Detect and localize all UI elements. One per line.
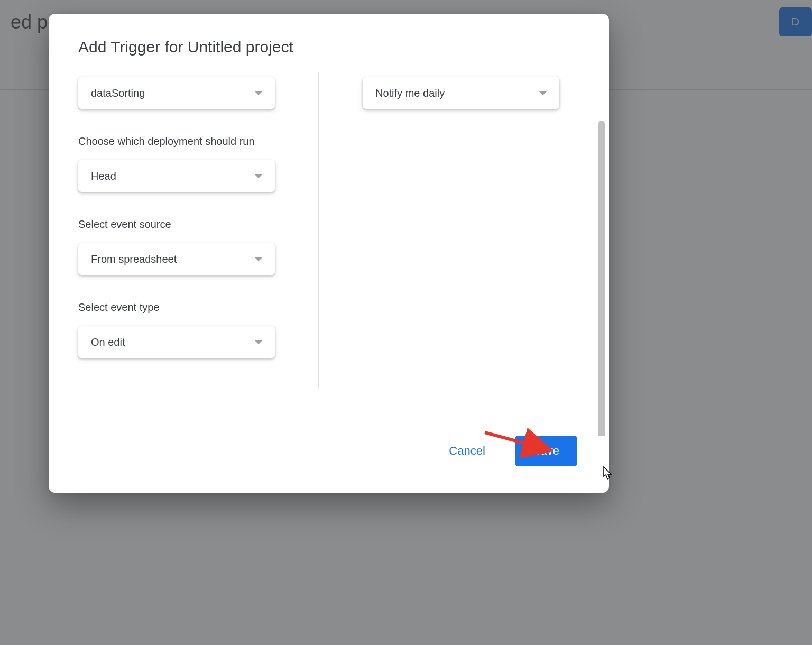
deployment-dropdown[interactable]: Head bbox=[78, 160, 275, 192]
cancel-button[interactable]: Cancel bbox=[445, 438, 489, 464]
chevron-down-icon bbox=[255, 174, 262, 178]
left-column: dataSorting Choose which deployment shou… bbox=[78, 72, 320, 436]
right-column: Notify me daily bbox=[363, 72, 605, 436]
column-divider bbox=[318, 72, 319, 388]
modal-footer: Cancel Save bbox=[49, 436, 609, 493]
scrollbar-thumb[interactable] bbox=[598, 121, 605, 436]
event-type-dropdown-value: On edit bbox=[91, 336, 125, 348]
save-button[interactable]: Save bbox=[515, 436, 577, 466]
chevron-down-icon bbox=[539, 91, 547, 95]
function-dropdown-value: dataSorting bbox=[91, 87, 145, 99]
chevron-down-icon bbox=[255, 257, 262, 261]
event-source-dropdown[interactable]: From spreadsheet bbox=[78, 243, 275, 275]
event-source-label: Select event source bbox=[78, 218, 320, 231]
event-source-dropdown-value: From spreadsheet bbox=[91, 253, 177, 265]
event-type-dropdown[interactable]: On edit bbox=[78, 326, 275, 358]
deployment-label: Choose which deployment should run bbox=[78, 135, 320, 148]
notification-dropdown-value: Notify me daily bbox=[375, 87, 445, 99]
deployment-dropdown-value: Head bbox=[91, 170, 116, 182]
modal-title: Add Trigger for Untitled project bbox=[49, 14, 609, 72]
modal-body: dataSorting Choose which deployment shou… bbox=[49, 72, 609, 436]
chevron-down-icon bbox=[255, 340, 262, 344]
event-type-label: Select event type bbox=[78, 301, 320, 314]
notification-dropdown[interactable]: Notify me daily bbox=[363, 77, 559, 109]
chevron-down-icon bbox=[255, 91, 262, 95]
scrollbar-track[interactable] bbox=[596, 72, 605, 436]
add-trigger-modal: Add Trigger for Untitled project dataSor… bbox=[49, 14, 609, 493]
function-dropdown[interactable]: dataSorting bbox=[78, 77, 275, 109]
